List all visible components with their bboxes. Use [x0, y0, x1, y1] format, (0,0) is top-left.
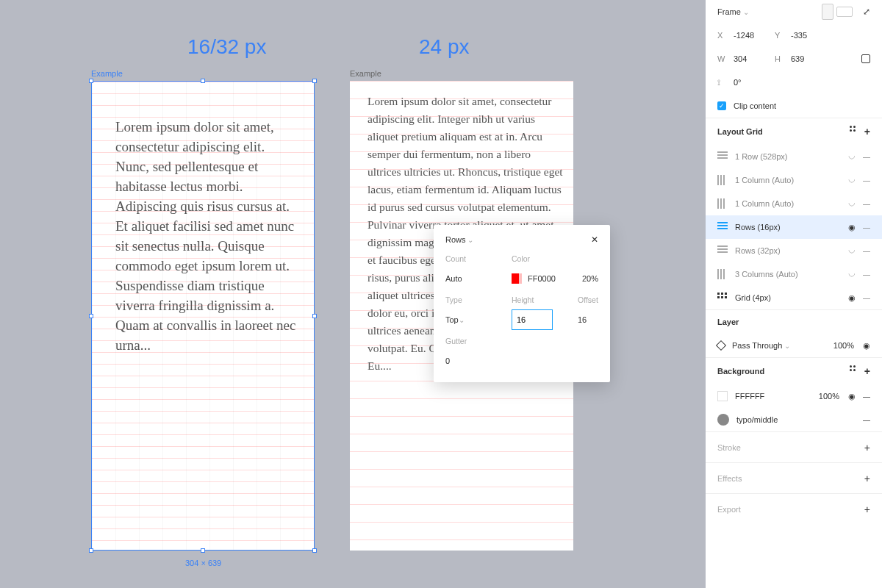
rotation-icon: ⟟: [717, 78, 728, 87]
remove-grid-button[interactable]: [863, 293, 870, 302]
layer-title: Layer: [717, 318, 739, 326]
color-label: Color: [512, 254, 598, 263]
visibility-toggle[interactable]: [848, 223, 856, 232]
transform-section: Frame ⤢ X-1248 Y-335 W304 H639 ⟟0°: [706, 0, 882, 118]
x-value[interactable]: -1248: [734, 31, 775, 40]
selection-handle[interactable]: [201, 548, 205, 553]
heading-1632: 16/32 px: [187, 35, 266, 59]
alignment-dropdown[interactable]: Top: [445, 309, 497, 331]
gutter-label: Gutter: [445, 337, 598, 345]
selection-handle[interactable]: [312, 79, 317, 83]
remove-background-button[interactable]: [863, 392, 870, 401]
rotation-value[interactable]: 0°: [734, 78, 775, 87]
stroke-section[interactable]: Stroke: [706, 432, 882, 463]
remove-grid-button[interactable]: [863, 223, 870, 232]
visibility-toggle[interactable]: [848, 246, 856, 256]
grid-item-rows-32[interactable]: Rows (32px): [717, 239, 870, 262]
add-background-button[interactable]: [864, 365, 870, 377]
background-swatch[interactable]: [717, 391, 728, 401]
height-label: Height: [512, 295, 563, 304]
grid-item-grid-4[interactable]: Grid (4px): [717, 286, 870, 309]
grid-item-row-528[interactable]: 1 Row (528px): [717, 145, 870, 168]
layer-opacity[interactable]: 100%: [833, 341, 854, 350]
count-label: Count: [445, 254, 497, 263]
close-popup-button[interactable]: [591, 234, 598, 245]
grid-item-col-auto-1[interactable]: 1 Column (Auto): [717, 168, 870, 192]
grid-color-swatch[interactable]: [512, 273, 522, 284]
visibility-toggle[interactable]: [848, 270, 856, 279]
w-label: W: [717, 54, 728, 63]
grid-color-hex[interactable]: FF0000: [528, 274, 556, 283]
orientation-portrait[interactable]: [822, 4, 833, 20]
grid-item-col-auto-2[interactable]: 1 Column (Auto): [717, 192, 870, 215]
lorem-1: Lorem ipsum dolor sit amet, consectetur …: [115, 117, 301, 355]
selection-dimensions: 304 × 639: [185, 559, 221, 567]
detach-style-button[interactable]: [863, 415, 870, 424]
remove-grid-button[interactable]: [863, 270, 870, 279]
grid-settings-popup[interactable]: Rows Count Auto Color FF0000 20% Type To…: [434, 225, 610, 382]
background-opacity[interactable]: 100%: [819, 392, 839, 401]
example-frame-1[interactable]: Lorem ipsum dolor sit amet, consectetur …: [91, 81, 315, 551]
inspector-panel: Frame ⤢ X-1248 Y-335 W304 H639 ⟟0°: [610, 0, 882, 588]
layer-visibility[interactable]: [863, 341, 870, 351]
visibility-toggle[interactable]: [848, 199, 856, 209]
grid-item-rows-16[interactable]: Rows (16px): [706, 215, 882, 239]
effects-section[interactable]: Effects: [706, 463, 882, 494]
add-grid-button[interactable]: [864, 126, 870, 137]
visibility-toggle[interactable]: [848, 152, 856, 162]
offset-label: Offset: [578, 295, 598, 304]
grid-item-3cols[interactable]: 3 Columns (Auto): [717, 262, 870, 286]
w-value[interactable]: 304: [734, 54, 775, 63]
h-value[interactable]: 639: [791, 54, 832, 63]
remove-grid-button[interactable]: [863, 176, 870, 184]
selection-handle[interactable]: [312, 314, 317, 318]
type-label: Type: [445, 295, 497, 304]
h-label: H: [775, 54, 785, 63]
background-title: Background: [717, 367, 764, 376]
background-section: Background FFFFFF 100% typo: [706, 358, 882, 432]
add-effect-button[interactable]: [864, 473, 870, 484]
grid-color-opacity[interactable]: 20%: [582, 274, 598, 283]
resize-to-fit-icon[interactable]: ⤢: [863, 7, 870, 17]
x-label: X: [717, 31, 728, 40]
frame-dropdown[interactable]: Frame: [717, 7, 749, 16]
style-name[interactable]: typo/middle: [736, 415, 778, 424]
clip-content-checkbox[interactable]: [717, 101, 726, 110]
y-value[interactable]: -335: [791, 31, 832, 40]
remove-grid-button[interactable]: [863, 199, 870, 208]
background-visibility[interactable]: [848, 392, 856, 401]
add-stroke-button[interactable]: [864, 442, 870, 453]
remove-grid-button[interactable]: [863, 152, 870, 161]
count-value[interactable]: Auto: [445, 268, 497, 290]
selection-handle[interactable]: [89, 79, 93, 83]
heading-24: 24 px: [419, 35, 470, 59]
blend-mode-dropdown[interactable]: Pass Through: [732, 341, 790, 350]
visibility-toggle[interactable]: [848, 176, 856, 185]
selection-handle[interactable]: [201, 79, 205, 83]
frame-label-example-2[interactable]: Example: [350, 69, 381, 78]
add-export-button[interactable]: [864, 503, 870, 515]
blend-mode-icon: [716, 340, 726, 351]
style-badge-icon[interactable]: [717, 414, 729, 426]
background-styles-icon[interactable]: [850, 365, 856, 377]
orientation-landscape[interactable]: [836, 7, 853, 17]
layer-section: Layer Pass Through 100%: [706, 310, 882, 358]
clip-content-label: Clip content: [734, 101, 776, 110]
constrain-proportions-icon[interactable]: [861, 54, 870, 63]
visibility-toggle[interactable]: [848, 293, 856, 303]
grid-styles-icon[interactable]: [850, 126, 856, 137]
gutter-value[interactable]: 0: [445, 350, 598, 372]
frame-label-example-1[interactable]: Example: [91, 69, 123, 78]
grid-type-dropdown[interactable]: Rows: [445, 235, 473, 244]
selection-handle[interactable]: [89, 548, 93, 553]
layout-grid-title: Layout Grid: [717, 127, 763, 136]
layout-grid-section: Layout Grid 1 Row (528px) 1 Column (Auto…: [706, 118, 882, 310]
y-label: Y: [775, 31, 785, 40]
offset-value[interactable]: 16: [578, 309, 598, 331]
export-section[interactable]: Export: [706, 494, 882, 525]
selection-handle[interactable]: [89, 314, 93, 318]
selection-handle[interactable]: [312, 548, 317, 553]
remove-grid-button[interactable]: [863, 246, 870, 255]
height-input[interactable]: [512, 309, 553, 330]
background-hex[interactable]: FFFFFF: [735, 392, 764, 401]
